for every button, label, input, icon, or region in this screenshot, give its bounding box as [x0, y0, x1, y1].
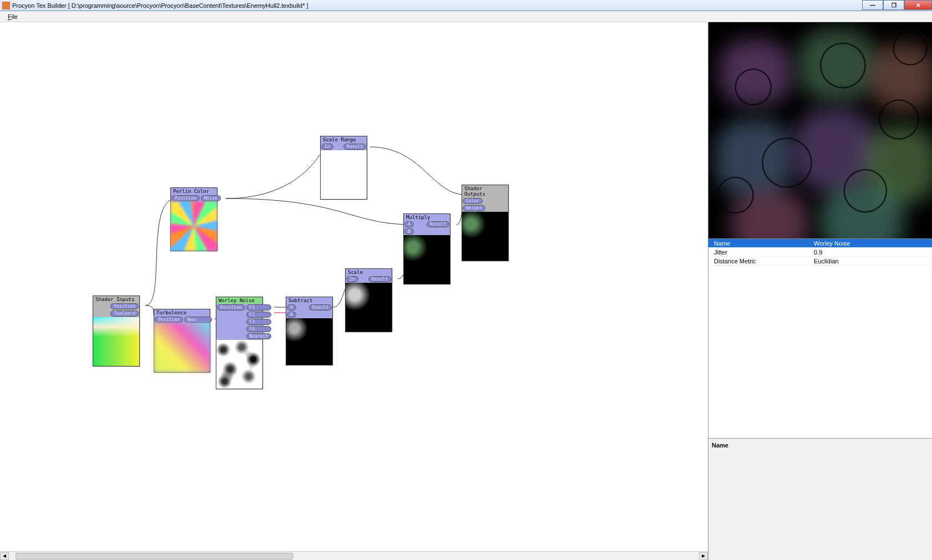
menu-file[interactable]: File: [4, 12, 21, 21]
port-in-b[interactable]: B: [404, 228, 414, 235]
port-in-b[interactable]: B: [287, 312, 296, 318]
node-turbulence[interactable]: Turbulence Position New Position: [154, 309, 210, 373]
port-out-f4[interactable]: F4: [246, 326, 272, 332]
app-icon: [2, 2, 10, 9]
port-in-a[interactable]: A: [287, 304, 296, 310]
property-row[interactable]: Jitter0.9: [708, 248, 932, 257]
port-out-f1[interactable]: F1: [246, 304, 272, 310]
node-title: Multiply: [404, 214, 450, 221]
node-title: Worley Noise: [216, 297, 262, 304]
port-in-position[interactable]: Position: [155, 317, 183, 323]
node-title: Perlin Color: [171, 188, 217, 195]
node-preview: [154, 323, 210, 372]
port-in-height[interactable]: Height: [463, 205, 485, 211]
node-shader-inputs[interactable]: Shader Inputs Position TexCoord: [93, 296, 140, 366]
port-out-newposition[interactable]: New Position: [184, 317, 212, 323]
window-minimize-button[interactable]: —: [862, 0, 883, 10]
node-scale[interactable]: Scale In Result: [345, 268, 392, 332]
inspector-panel: NameWorley NoiseJitter0.9Distance Metric…: [708, 22, 932, 560]
port-out-result[interactable]: Result: [368, 276, 391, 282]
port-out-noise[interactable]: Noise: [201, 195, 221, 201]
output-preview: [708, 22, 932, 238]
window-close-button[interactable]: ✕: [904, 0, 932, 10]
port-in[interactable]: In: [346, 276, 358, 282]
property-help: Name: [708, 438, 932, 560]
property-row[interactable]: NameWorley Noise: [708, 239, 932, 248]
property-value[interactable]: Worley Noise: [812, 240, 932, 247]
port-out-nearest[interactable]: Nearest: [246, 333, 272, 339]
port-out-position[interactable]: Position: [110, 303, 139, 309]
property-grid[interactable]: NameWorley NoiseJitter0.9Distance Metric…: [708, 238, 932, 438]
node-shader-outputs[interactable]: Shader Outputs Color Height: [462, 185, 509, 261]
node-preview: [462, 212, 508, 261]
window-buttons: — ❐ ✕: [862, 0, 932, 10]
port-in-a[interactable]: A: [404, 221, 414, 227]
node-graph-canvas[interactable]: Shader Inputs Position TexCoord Turbulen…: [0, 22, 708, 560]
node-title: Turbulence: [154, 309, 210, 316]
property-key: Name: [708, 240, 812, 247]
node-preview: [286, 318, 332, 365]
property-key: Jitter: [708, 249, 812, 256]
scroll-thumb[interactable]: [16, 553, 293, 559]
node-title: Scale Range: [321, 136, 367, 143]
node-scale-range[interactable]: Scale Range In Result: [320, 136, 367, 200]
port-out-f2[interactable]: F2: [246, 312, 272, 318]
node-subtract[interactable]: Subtract A B Result: [286, 297, 333, 365]
property-row[interactable]: Distance MetricEuclidian: [708, 257, 932, 266]
scroll-left-button[interactable]: ◀: [0, 552, 9, 560]
help-label: Name: [712, 442, 728, 449]
property-value[interactable]: 0.9: [812, 249, 932, 256]
node-preview: [216, 340, 262, 389]
node-title: Subtract: [286, 297, 332, 304]
node-preview: [321, 150, 367, 199]
property-key: Distance Metric: [708, 258, 812, 264]
property-value[interactable]: Euclidian: [812, 258, 932, 264]
port-in[interactable]: In: [321, 144, 333, 150]
node-preview: [171, 202, 217, 251]
port-out-result[interactable]: Result: [309, 304, 332, 310]
port-in-position[interactable]: Position: [217, 304, 245, 310]
node-title: Shader Outputs: [462, 185, 508, 197]
port-out-result[interactable]: Result: [343, 144, 366, 150]
node-preview: [93, 317, 139, 366]
node-multiply[interactable]: Multiply A B Result: [403, 213, 450, 284]
window-maximize-button[interactable]: ❐: [883, 0, 904, 10]
port-in-color[interactable]: Color: [463, 198, 483, 204]
port-out-f3[interactable]: F3: [246, 319, 272, 325]
node-perlin-color[interactable]: Perlin Color Position Noise: [170, 187, 217, 251]
port-in-position[interactable]: Position: [171, 195, 200, 201]
node-worley-noise[interactable]: Worley Noise Position F1 F2 F3 F4 Neares…: [216, 297, 263, 389]
node-preview: [346, 283, 392, 332]
window-title: Procyon Tex Builder [ D:\programming\sou…: [12, 2, 308, 9]
node-title: Shader Inputs: [93, 296, 139, 303]
port-out-texcoord[interactable]: TexCoord: [110, 310, 139, 317]
horizontal-scrollbar[interactable]: ◀ ▶: [0, 551, 708, 560]
node-preview: [404, 235, 450, 284]
menubar: File: [0, 11, 932, 22]
port-out-result[interactable]: Result: [427, 221, 449, 227]
window-titlebar: Procyon Tex Builder [ D:\programming\sou…: [0, 0, 932, 11]
scroll-right-button[interactable]: ▶: [699, 552, 708, 560]
node-title: Scale: [346, 269, 392, 276]
